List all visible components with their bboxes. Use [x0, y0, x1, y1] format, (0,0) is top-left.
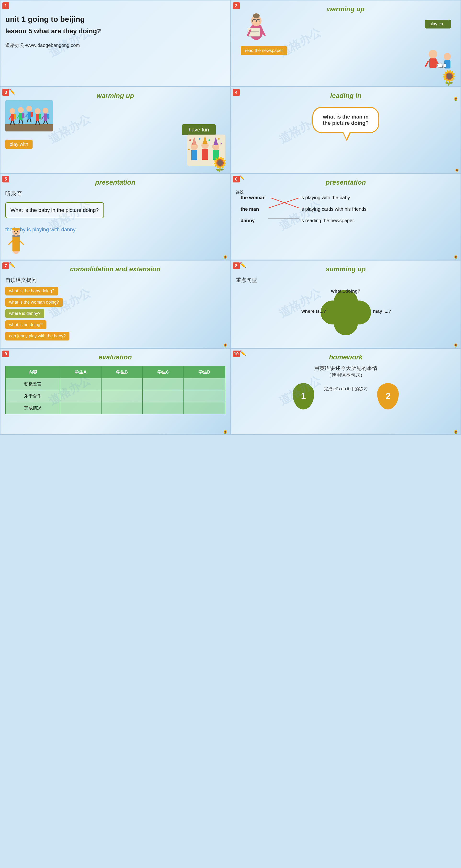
- svg-line-11: [262, 30, 265, 35]
- svg-point-24: [9, 108, 15, 114]
- table-row: 乐于合作: [5, 390, 225, 402]
- hw-icon-2-wrapper: 2: [377, 383, 399, 409]
- row-label-1: 积极发言: [5, 378, 60, 390]
- website: 道格办公-www.daogebangong.com: [5, 42, 225, 49]
- playcard-button[interactable]: play ca...: [425, 20, 451, 29]
- svg-rect-25: [11, 114, 14, 121]
- svg-line-83: [9, 241, 12, 244]
- pencil-boy-figure: [5, 227, 27, 255]
- pencil-icon-10: ✏️: [240, 350, 246, 356]
- qa-btn-5[interactable]: can jenny play with the baby?: [5, 332, 69, 341]
- hw-icon-2: 2: [377, 383, 399, 409]
- section-title-9: evaluation: [5, 353, 225, 361]
- cell-2: 2 道格办公 warming up: [230, 0, 461, 87]
- cell-7: 7 ✏️ 道格办公 consolidation and extension 自读…: [0, 260, 230, 348]
- section-title-2: warming up: [236, 5, 456, 13]
- svg-point-18: [444, 53, 451, 60]
- svg-rect-57: [47, 114, 49, 119]
- svg-point-82: [17, 231, 18, 232]
- have-fun-button[interactable]: have fun: [182, 124, 216, 135]
- homework-text2: （使用课本句式）: [236, 372, 456, 378]
- play-with-button[interactable]: play with: [5, 140, 33, 149]
- cell-10: 10 ✏️ 道格办公 homework 用英语讲述今天所见的事情 （使用课本句式…: [230, 348, 461, 435]
- cell-4: 4 道格办公 leading in what is the man in the…: [230, 87, 461, 173]
- qa-btn-2[interactable]: what is the woman doing?: [5, 298, 63, 307]
- svg-rect-46: [36, 114, 39, 121]
- pencil-icon-8: ✏️: [240, 262, 246, 268]
- cell-number-5: 5: [2, 176, 9, 182]
- col-header-b: 学生B: [101, 366, 143, 378]
- label-left: where is...?: [302, 309, 326, 314]
- svg-rect-80: [14, 228, 18, 230]
- section-title-10: homework: [236, 353, 456, 361]
- svg-rect-52: [44, 114, 47, 121]
- newspaper-button[interactable]: read the newspaper: [241, 46, 287, 55]
- match-right-2: is playing cards with his friends.: [301, 207, 368, 212]
- svg-point-12: [429, 50, 437, 58]
- sunflower-4b: 🌻: [455, 168, 459, 173]
- match-row-1: the woman is playing with the baby.: [241, 195, 456, 200]
- match-right-3: is reading the newspaper.: [301, 218, 355, 223]
- speech-bubble: what is the man in the picture doing?: [312, 107, 379, 133]
- col-header-content: 内容: [5, 366, 60, 378]
- svg-rect-21: [444, 64, 446, 67]
- title1: unit 1 going to beijing: [5, 15, 225, 24]
- qa-btn-1[interactable]: what is the baby doing?: [5, 287, 58, 296]
- self-read-label: 自读课文提问: [5, 277, 225, 284]
- summing-diagram: what...doing? where is...? may i...?: [300, 287, 391, 335]
- qa-btn-4[interactable]: what is he doing?: [5, 320, 47, 329]
- sunflower-5: 🌻: [223, 255, 228, 259]
- table-row: 完成情况: [5, 402, 225, 414]
- homework-icons-area: 1 完成let's do it!中的练习 2: [236, 383, 456, 409]
- complete-text: 完成let's do it!中的练习: [324, 385, 368, 393]
- cell-number-6: 6: [233, 176, 240, 182]
- sunflower-4a: 🌻: [453, 97, 458, 101]
- sunflower-10: 🌻: [453, 430, 458, 434]
- section-title-6: presentation: [236, 179, 456, 186]
- section-title-4: leading in: [236, 92, 456, 100]
- svg-rect-44: [30, 112, 33, 117]
- svg-rect-65: [202, 149, 208, 160]
- cell-1: 1 道格办公 unit 1 going to beijing lesson 5 …: [0, 0, 230, 87]
- cell-number-1: 1: [2, 2, 9, 9]
- cell-number-9: 9: [2, 350, 9, 357]
- svg-rect-50: [39, 114, 41, 119]
- svg-point-51: [42, 108, 49, 114]
- sunflower-3: 🌻: [211, 156, 229, 173]
- homework-text1: 用英语讲述今天所见的事情: [236, 365, 456, 372]
- cell-8: 8 ✏️ 道格办公 summing up 重点句型 what...doing?: [230, 260, 461, 348]
- cell-number-10: 10: [233, 350, 240, 357]
- col-header-d: 学生D: [184, 366, 225, 378]
- hw-icon-1-wrapper: 1: [293, 383, 314, 409]
- pencil-icon-6: ✏️: [240, 175, 244, 180]
- svg-point-45: [35, 108, 40, 114]
- match-left-2: the man: [241, 207, 272, 212]
- svg-rect-23: [5, 124, 53, 131]
- answer-text-5: the baby is playing with danny.: [5, 226, 225, 233]
- title2: lesson 5 what are they doing?: [5, 27, 225, 35]
- match-right-1: is playing with the baby.: [301, 195, 351, 200]
- svg-rect-39: [28, 112, 31, 119]
- svg-rect-17: [439, 63, 442, 67]
- col-header-c: 学生C: [143, 366, 184, 378]
- svg-rect-37: [22, 113, 24, 118]
- cell-3: 3 ✏️ 道格办公 warming up: [0, 87, 230, 173]
- svg-rect-30: [14, 114, 16, 119]
- svg-marker-76: [12, 251, 20, 254]
- watermark-2: 道格办公: [276, 24, 324, 60]
- pencil-icon-7: ✏️: [9, 262, 15, 268]
- match-left-1: the woman: [241, 195, 272, 200]
- sunflower-2: 🌻: [440, 69, 458, 86]
- cell-5: 5 道格办公 presentation 听录音 What is the baby…: [0, 173, 230, 260]
- lianxian-text: 连线: [236, 190, 456, 195]
- pencil-icon-3: ✏️: [9, 89, 15, 95]
- svg-rect-13: [429, 58, 437, 68]
- hw-icon-1: 1: [293, 383, 314, 409]
- cell-6: 6 ✏️ 道格办公 presentation 连线 the woman is p…: [230, 173, 461, 260]
- cell-number-2: 2: [233, 2, 240, 9]
- svg-line-84: [20, 241, 23, 244]
- match-row-2: the man is playing cards with his friend…: [241, 207, 456, 212]
- matching-area: the woman is playing with the baby. the …: [241, 195, 456, 223]
- qa-btn-3[interactable]: where is danny?: [5, 309, 44, 318]
- sunflower-6: 🌻: [453, 255, 458, 259]
